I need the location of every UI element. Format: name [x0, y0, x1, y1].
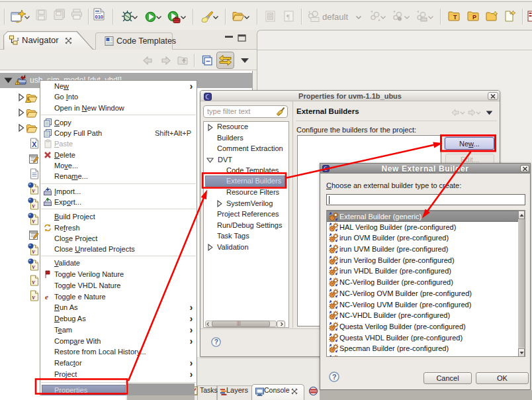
svg-text:?: ? [332, 373, 337, 381]
svg-text:¶: ¶ [287, 13, 290, 21]
svg-text:010: 010 [95, 14, 104, 20]
svg-text:?: ? [214, 338, 218, 346]
svg-text:T: T [453, 14, 457, 21]
svg-text:P: P [472, 14, 476, 21]
svg-text:e: e [45, 293, 48, 301]
